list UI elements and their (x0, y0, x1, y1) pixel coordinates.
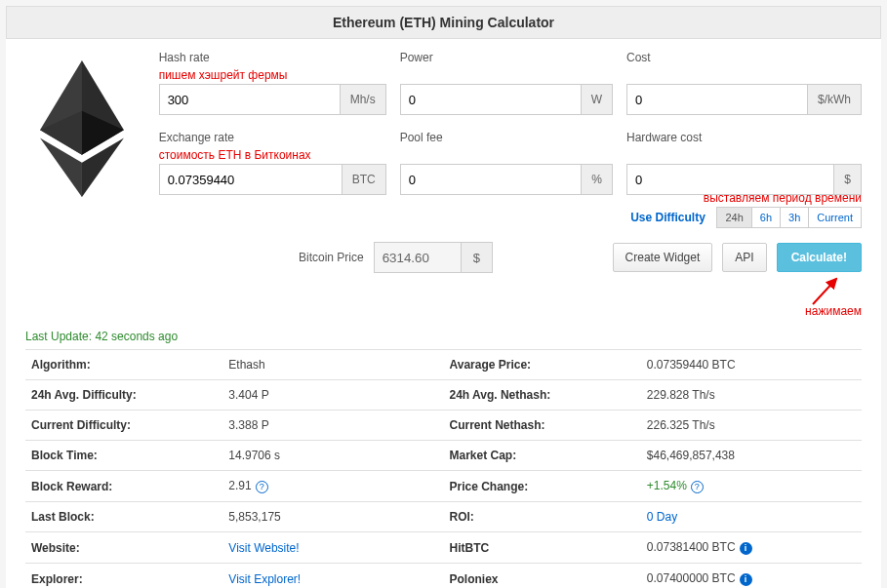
stats-label: Avarage Price: (443, 350, 640, 380)
power-block: Power . W (400, 51, 613, 117)
info-icon[interactable]: i (740, 573, 752, 586)
cost-block: Cost . $/kWh (626, 51, 862, 117)
stats-row: Algorithm:EthashAvarage Price:0.07359440… (25, 350, 862, 380)
exchange-block: Exchange rate стоимость ETH в Биткоинах … (159, 131, 386, 197)
hardware-block: Hardware cost . $ (626, 131, 862, 197)
annotation-hashrate: пишем хэшрейт фермы (159, 68, 386, 82)
stats-label: Block Reward: (25, 471, 222, 502)
stats-value: 229.828 Th/s (641, 380, 862, 411)
stats-value: 0.07381400 BTCi (641, 532, 862, 564)
stats-value[interactable]: Visit Website! (222, 532, 443, 564)
poolfee-label: Pool fee (400, 131, 613, 144)
stats-row: Current Difficulty:3.388 PCurrent Nethas… (25, 411, 862, 441)
create-widget-button[interactable]: Create Widget (613, 243, 713, 272)
stats-label: Last Block: (25, 502, 222, 532)
stats-label: Market Cap: (443, 441, 640, 471)
stats-label: 24h Avg. Nethash: (443, 380, 640, 411)
stats-value: 3.404 P (222, 380, 443, 411)
difficulty-group: 24h6h3hCurrent (716, 207, 862, 228)
stats-label: Block Time: (25, 441, 222, 471)
stats-value[interactable]: 0 Day (641, 502, 862, 532)
annotation-exchange: стоимость ETH в Биткоинах (159, 148, 386, 162)
stats-row: Block Time:14.9706 sMarket Cap:$46,469,8… (25, 441, 862, 471)
svg-line-0 (813, 279, 836, 304)
stats-label: Poloniex (443, 564, 640, 589)
stats-label: Current Difficulty: (25, 411, 222, 441)
annotation-click: нажимаем (805, 304, 862, 318)
power-input[interactable] (400, 84, 582, 115)
difficulty-6h[interactable]: 6h (752, 207, 781, 228)
arrow-icon (803, 275, 852, 308)
hashrate-unit: Mh/s (341, 84, 386, 115)
stats-label: Price Change: (443, 471, 640, 502)
stats-value: 0.07400000 BTCi (641, 564, 862, 589)
stats-row: Last Block:5,853,175ROI:0 Day (25, 502, 862, 532)
stats-label: HitBTC (443, 532, 640, 564)
stats-row: 24h Avg. Difficulty:3.404 P24h Avg. Neth… (25, 380, 862, 411)
eth-logo (25, 51, 140, 197)
last-update: Last Update: 42 seconds ago (25, 330, 862, 343)
power-label: Power (400, 51, 613, 64)
annotation-period: выставляем период времени (704, 191, 862, 205)
stats-row: Block Reward:2.91?Price Change:+1.54%? (25, 471, 862, 502)
exchange-input[interactable] (159, 164, 343, 195)
stats-value: 226.325 Th/s (641, 411, 862, 441)
calculate-button[interactable]: Calculate! (777, 243, 862, 272)
use-difficulty-label: Use Difficulty (630, 211, 706, 224)
exchange-label: Exchange rate (159, 131, 386, 144)
hashrate-block: Hash rate пишем хэшрейт фермы Mh/s (159, 51, 386, 117)
stats-value: 5,853,175 (222, 502, 443, 532)
stats-table: Algorithm:EthashAvarage Price:0.07359440… (25, 349, 862, 588)
exchange-unit: BTC (343, 164, 386, 195)
stats-label: Website: (25, 532, 222, 564)
cost-label: Cost (626, 51, 862, 64)
stats-value: 0.07359440 BTC (641, 350, 862, 380)
hashrate-input[interactable] (159, 84, 341, 115)
stats-label: ROI: (443, 502, 640, 532)
stats-value: 2.91? (222, 471, 443, 502)
page-title: Ethereum (ETH) Mining Calculator (6, 6, 881, 39)
hardware-label: Hardware cost (626, 131, 862, 144)
stats-label: Explorer: (25, 564, 222, 589)
poolfee-block: Pool fee . % (400, 131, 613, 197)
stats-value[interactable]: Visit Explorer! (222, 564, 443, 589)
poolfee-unit: % (582, 164, 613, 195)
difficulty-3h[interactable]: 3h (781, 207, 809, 228)
api-button[interactable]: API (722, 243, 766, 272)
stats-row: Explorer:Visit Explorer!Poloniex0.074000… (25, 564, 862, 589)
help-icon[interactable]: ? (691, 481, 704, 493)
stats-label: 24h Avg. Difficulty: (25, 380, 222, 411)
hashrate-label: Hash rate (159, 51, 386, 64)
stats-row: Website:Visit Website!HitBTC0.07381400 B… (25, 532, 862, 564)
stats-label: Current Nethash: (443, 411, 640, 441)
info-icon[interactable]: i (740, 542, 752, 555)
power-unit: W (582, 84, 613, 115)
difficulty-24h[interactable]: 24h (716, 207, 751, 228)
btc-price-input[interactable] (374, 242, 462, 273)
cost-unit: $/kWh (808, 84, 862, 115)
poolfee-input[interactable] (400, 164, 583, 195)
help-icon[interactable]: ? (256, 481, 268, 493)
btc-price-unit: $ (462, 242, 493, 273)
stats-value: +1.54%? (641, 471, 862, 502)
stats-value: $46,469,857,438 (641, 441, 862, 471)
cost-input[interactable] (626, 84, 808, 115)
stats-value: Ethash (222, 350, 443, 380)
stats-value: 14.9706 s (222, 441, 443, 471)
difficulty-current[interactable]: Current (809, 207, 862, 228)
stats-label: Algorithm: (25, 350, 222, 380)
btc-price-label: Bitcoin Price (299, 251, 364, 264)
stats-value: 3.388 P (222, 411, 443, 441)
